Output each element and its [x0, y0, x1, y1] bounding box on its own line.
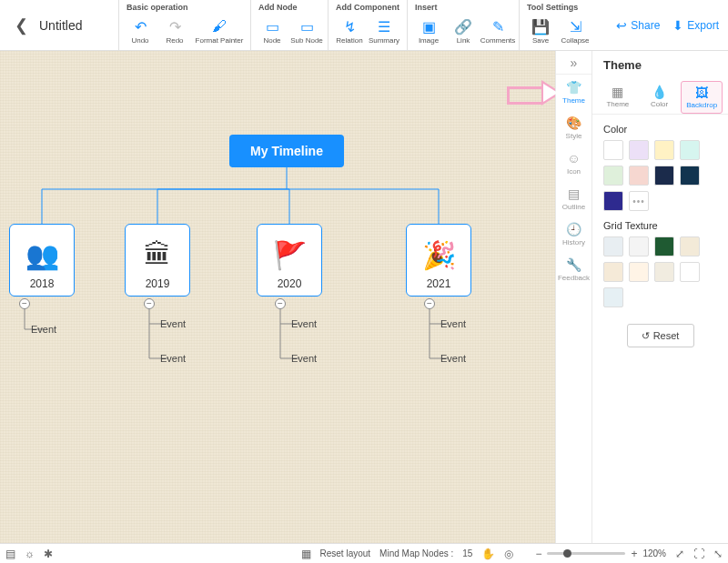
year-node-2018[interactable]: 👥2018 — [9, 224, 75, 297]
side-outline[interactable]: ▤Outline — [556, 181, 592, 216]
side-history[interactable]: 🕘History — [556, 216, 592, 252]
texture-swatch[interactable] — [680, 236, 700, 256]
reset-button[interactable]: ↺Reset — [627, 324, 694, 347]
link-icon: 🔗 — [454, 17, 472, 35]
collapse-toggle[interactable]: − — [19, 298, 30, 309]
texture-swatch[interactable] — [654, 262, 674, 282]
export-button[interactable]: ⬇Export — [672, 18, 719, 33]
event-node[interactable]: Event — [31, 324, 56, 335]
year-2021-icon: 🎉 — [416, 234, 461, 276]
format-painter-icon: 🖌 — [212, 17, 227, 35]
texture-swatch[interactable] — [680, 262, 700, 282]
presentation-icon[interactable]: ▤ — [5, 548, 15, 560]
texture-swatch[interactable] — [603, 262, 623, 282]
expand-icon[interactable]: ⛶ — [693, 548, 704, 560]
year-node-2021[interactable]: 🎉2021 — [406, 224, 471, 297]
reset-layout-label[interactable]: Reset layout — [320, 548, 371, 558]
collapse-toggle[interactable]: − — [275, 298, 286, 309]
zoom-value: 120% — [642, 548, 666, 558]
relation-icon: ↯ — [344, 17, 356, 35]
nodes-label: Mind Map Nodes : — [379, 548, 453, 558]
brightness-icon[interactable]: ☼ — [25, 548, 35, 560]
grid-icon: ▦ — [612, 85, 623, 99]
share-button[interactable]: ↩Share — [616, 18, 660, 33]
settings-icon[interactable]: ✱ — [44, 548, 53, 560]
comments-icon: ✎ — [492, 17, 504, 35]
texture-swatch[interactable] — [629, 236, 649, 256]
image-icon: ▣ — [422, 17, 436, 35]
texture-swatch[interactable] — [603, 236, 623, 256]
panel-title: Theme — [592, 51, 728, 81]
panel-tab-color[interactable]: 💧Color — [640, 81, 680, 114]
event-node[interactable]: Event — [440, 318, 466, 329]
back-icon[interactable]: ❮ — [15, 15, 28, 35]
event-node[interactable]: Event — [291, 353, 317, 364]
summary-button[interactable]: ☰Summary — [367, 14, 401, 48]
mindmap-canvas[interactable]: My Timeline 👥2018 🏛2019 🚩2020 🎉2021 − − … — [0, 51, 555, 543]
insert-comments-button[interactable]: ✎Comments — [480, 14, 515, 48]
texture-swatch[interactable] — [603, 287, 623, 307]
zoom-in-button[interactable]: + — [631, 548, 637, 560]
year-node-2019[interactable]: 🏛2019 — [125, 224, 190, 297]
droplet-icon: 💧 — [652, 85, 667, 99]
year-node-2020[interactable]: 🚩2020 — [257, 224, 322, 297]
insert-link-button[interactable]: 🔗Link — [446, 14, 480, 48]
event-node[interactable]: Event — [440, 353, 466, 364]
collapse-toggle[interactable]: − — [424, 298, 435, 309]
root-node[interactable]: My Timeline — [229, 135, 344, 167]
color-swatch[interactable] — [603, 166, 623, 186]
color-swatch[interactable] — [629, 166, 649, 186]
side-strip: » 👕Theme 🎨Style ☺Icon ▤Outline 🕘History … — [555, 51, 592, 543]
node-icon: ▭ — [266, 17, 279, 35]
event-node[interactable]: Event — [291, 318, 317, 329]
wrench-icon: 🔧 — [566, 257, 581, 272]
undo-icon: ↶ — [135, 17, 147, 35]
color-swatch[interactable]: ••• — [629, 191, 649, 211]
color-swatch[interactable] — [603, 140, 623, 160]
collapse-toggle[interactable]: − — [144, 298, 155, 309]
fullscreen-icon[interactable]: ⤡ — [713, 548, 723, 560]
side-theme[interactable]: 👕Theme — [556, 75, 592, 110]
tshirt-icon: 👕 — [566, 80, 581, 95]
history-icon: 🕘 — [566, 222, 581, 236]
color-swatch[interactable] — [629, 140, 649, 160]
add-node-button[interactable]: ▭Node — [255, 14, 289, 48]
color-swatch[interactable] — [680, 166, 700, 186]
undo-button[interactable]: ↶Undo — [123, 14, 157, 48]
event-node[interactable]: Event — [160, 318, 186, 329]
collapse-button[interactable]: ⇲Collapse — [558, 14, 592, 48]
format-painter-button[interactable]: 🖌Format Painter — [192, 14, 247, 48]
connector-lines — [0, 51, 555, 543]
palette-icon: 🎨 — [566, 116, 581, 130]
reset-layout-icon[interactable]: ▦ — [301, 548, 311, 560]
panel-collapse-icon[interactable]: » — [556, 51, 592, 75]
redo-button[interactable]: ↷Redo — [157, 14, 192, 48]
add-subnode-button[interactable]: ▭Sub Node — [289, 14, 324, 48]
side-style[interactable]: 🎨Style — [556, 110, 592, 146]
year-2020-icon: 🚩 — [267, 234, 312, 276]
insert-image-button[interactable]: ▣Image — [411, 14, 446, 48]
fit-icon[interactable]: ⤢ — [675, 548, 684, 560]
panel-tab-backdrop[interactable]: 🖼Backdrop — [681, 81, 723, 114]
panel-tab-theme[interactable]: ▦Theme — [598, 81, 638, 114]
event-node[interactable]: Event — [160, 353, 186, 364]
subnode-icon: ▭ — [300, 17, 314, 35]
side-icon[interactable]: ☺Icon — [556, 146, 592, 181]
save-button[interactable]: 💾Save — [523, 14, 558, 48]
target-icon[interactable]: ◎ — [504, 548, 513, 560]
annotation-arrow — [507, 80, 561, 106]
collapse-icon: ⇲ — [570, 17, 581, 35]
texture-swatch[interactable] — [654, 236, 674, 256]
color-swatch[interactable] — [680, 140, 700, 160]
color-section-title: Color — [592, 115, 728, 140]
color-swatch[interactable] — [603, 191, 623, 211]
side-feedback[interactable]: 🔧Feedback — [556, 252, 592, 287]
zoom-out-button[interactable]: − — [535, 548, 541, 560]
texture-swatch[interactable] — [629, 262, 649, 282]
color-swatch[interactable] — [654, 166, 674, 186]
color-swatch[interactable] — [654, 140, 674, 160]
doc-title[interactable]: Untitled — [39, 18, 82, 33]
relation-button[interactable]: ↯Relation — [332, 14, 367, 48]
zoom-slider[interactable] — [547, 552, 625, 555]
hand-icon[interactable]: ✋ — [481, 548, 495, 560]
